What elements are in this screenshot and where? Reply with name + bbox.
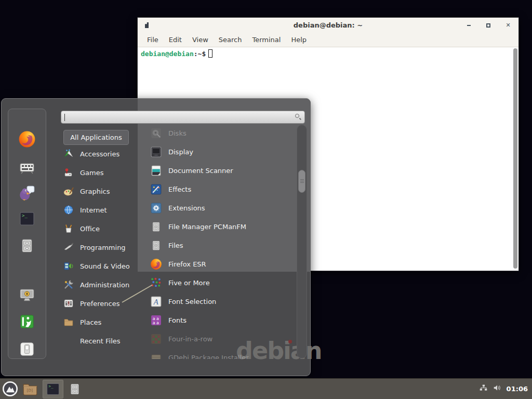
taskbar-terminal-button[interactable]: >_	[43, 380, 63, 398]
internet-icon	[63, 205, 74, 215]
gdebi-icon	[150, 352, 162, 360]
lock-screen-icon[interactable]	[19, 287, 35, 305]
category-internet[interactable]: Internet	[63, 201, 141, 219]
application-menu: debian >_	[1, 98, 311, 376]
preferences-icon	[63, 298, 74, 309]
category-list: Accessories Games Graphics Internet Offi…	[63, 144, 141, 350]
graphics-icon	[63, 186, 74, 196]
category-games[interactable]: Games	[63, 163, 141, 182]
menu-search[interactable]: Search	[214, 36, 247, 44]
menu-terminal[interactable]: Terminal	[247, 36, 286, 44]
app-firefox-esr[interactable]: Firefox ESR	[138, 255, 297, 273]
app-disks[interactable]: Disks	[138, 124, 297, 142]
menu-view[interactable]: View	[187, 36, 214, 44]
shell-prompt: debian@debian:~$	[141, 49, 515, 58]
svg-text:>_: >_	[22, 213, 28, 218]
app-font-selection[interactable]: A Font Selection	[138, 292, 297, 311]
category-office[interactable]: Office	[63, 219, 141, 238]
taskbar-files-button[interactable]	[63, 380, 86, 398]
application-list: Disks Display Document Scanner Effects E…	[138, 124, 297, 359]
search-icon	[295, 114, 301, 121]
maximize-button[interactable]	[484, 21, 493, 30]
office-icon	[63, 223, 74, 234]
games-icon	[63, 167, 74, 178]
app-document-scanner[interactable]: Document Scanner	[138, 161, 297, 180]
extensions-icon	[150, 202, 162, 214]
logout-icon[interactable]	[19, 314, 35, 331]
network-icon[interactable]	[479, 384, 488, 394]
window-title: debian@debian: ~	[138, 21, 518, 29]
app-five-or-more[interactable]: Five or More	[138, 273, 297, 292]
app-fonts[interactable]: a aa a Fonts	[138, 311, 297, 329]
category-administration[interactable]: Administration	[63, 275, 141, 294]
file-cabinet-icon[interactable]	[19, 237, 35, 256]
prompt-path: :~$	[194, 50, 206, 58]
category-all-applications[interactable]: All Applications	[63, 130, 129, 145]
accessories-icon	[63, 149, 74, 159]
app-four-in-a-row[interactable]: Four-in-a-row	[138, 329, 297, 348]
fonts-icon: a aa a	[150, 314, 162, 326]
programming-icon	[63, 242, 74, 252]
category-programming[interactable]: Programming	[63, 238, 141, 257]
svg-text:a a: a a	[153, 321, 159, 325]
folder-icon[interactable]: [D]	[20, 380, 41, 398]
menu-help[interactable]: Help	[286, 36, 312, 44]
category-recent-files[interactable]: Recent Files	[63, 331, 141, 350]
applist-scrollbar[interactable]	[297, 125, 307, 358]
file-cabinet-icon	[68, 382, 82, 396]
minimize-button[interactable]	[464, 21, 473, 30]
svg-text:A: A	[153, 298, 158, 306]
administration-icon	[63, 280, 74, 290]
terminal-scrollbar[interactable]	[513, 48, 517, 269]
svg-text:>_: >_	[48, 384, 54, 389]
menu-sidebar: >_	[8, 109, 46, 359]
file-cabinet-icon	[150, 221, 162, 233]
font-selection-icon: A	[150, 296, 162, 308]
document-scanner-icon	[150, 165, 162, 177]
prompt-user: debian@debian	[141, 50, 194, 58]
close-button[interactable]: ✕	[504, 21, 512, 30]
four-in-a-row-icon	[150, 333, 162, 345]
volume-icon[interactable]	[493, 384, 502, 394]
file-cabinet-icon	[150, 240, 162, 251]
places-icon	[63, 317, 74, 327]
shutdown-icon[interactable]	[19, 341, 35, 359]
five-or-more-icon	[150, 277, 162, 289]
category-accessories[interactable]: Accessories	[63, 144, 141, 163]
terminal-icon: >_	[46, 382, 60, 396]
terminal-cursor	[208, 49, 212, 58]
firefox-icon[interactable]	[18, 130, 36, 150]
disks-icon	[150, 127, 162, 139]
category-places[interactable]: Places	[63, 313, 141, 331]
taskbar: [D] >_ 01:06	[0, 378, 532, 399]
display-icon	[150, 146, 162, 158]
effects-icon	[150, 183, 162, 195]
app-files[interactable]: Files	[138, 236, 297, 255]
app-display[interactable]: Display	[138, 142, 297, 161]
applist-scrollbar-thumb[interactable]	[298, 170, 305, 193]
menu-file[interactable]: File	[142, 36, 164, 44]
search-input[interactable]	[61, 111, 305, 124]
terminal-icon[interactable]: >_	[19, 210, 35, 229]
pidgin-icon[interactable]	[18, 184, 36, 204]
app-file-manager-pcmanfm[interactable]: File Manager PCManFM	[138, 217, 297, 236]
sound-video-icon	[63, 261, 74, 271]
app-effects[interactable]: Effects	[138, 180, 297, 198]
terminal-menubar: File Edit View Search Terminal Help	[138, 33, 518, 47]
svg-text:[D]: [D]	[27, 388, 33, 393]
control-center-icon[interactable]	[19, 159, 35, 178]
category-sound-video[interactable]: Sound & Video	[63, 257, 141, 275]
firefox-icon	[150, 258, 162, 270]
clock[interactable]: 01:06	[507, 385, 528, 393]
menu-edit[interactable]: Edit	[164, 36, 187, 44]
category-graphics[interactable]: Graphics	[63, 182, 141, 201]
menu-launcher-icon[interactable]	[0, 380, 20, 398]
app-extensions[interactable]: Extensions	[138, 198, 297, 217]
app-gdebi-package-installer[interactable]: GDebi Package Installer	[138, 348, 297, 359]
terminal-titlebar[interactable]: debian@debian: ~ ✕	[138, 18, 518, 33]
desktop: debian@debian: ~ ✕ File Edit View Search…	[0, 0, 532, 399]
